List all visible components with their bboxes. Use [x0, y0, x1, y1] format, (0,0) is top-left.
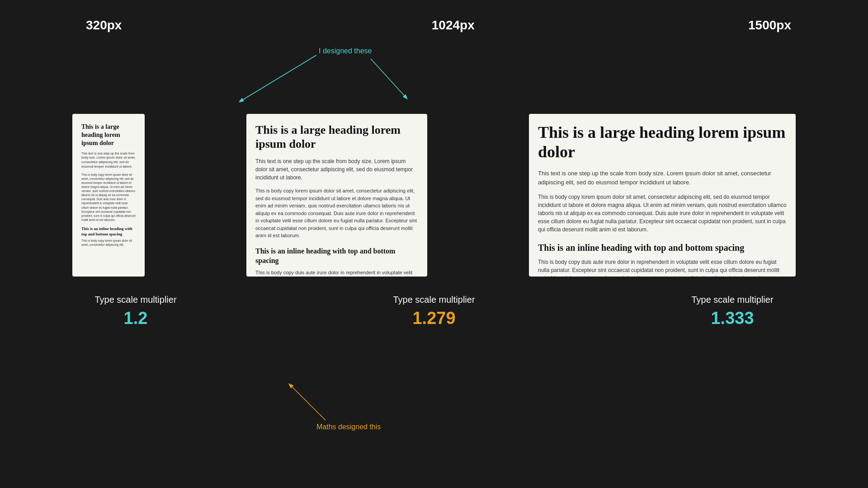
card-small-text-body2: This is body copy lorem ipsum dolor sit …	[81, 239, 136, 247]
card-large-text-body: This is body copy lorem ipsum dolor sit …	[538, 193, 787, 234]
card-medium-text-body: This is body copy lorem ipsum dolor sit …	[255, 187, 418, 239]
breakpoint-1024: 1024px	[432, 18, 475, 33]
card-medium-text-body2: This is body copy duis aute irure dolor …	[255, 269, 418, 277]
type-scale-medium: Type scale multiplier 1.279	[371, 295, 497, 328]
type-scale-large-label: Type scale multiplier	[669, 295, 796, 305]
main-container: 320px 1024px 1500px This is a large head…	[0, 0, 868, 488]
card-small: This is a large heading lorem ipsum dolo…	[72, 114, 145, 277]
type-scale-small-label: Type scale multiplier	[72, 295, 199, 305]
card-large-heading-inline: This is an inline heading with top and b…	[538, 242, 787, 253]
type-scale-large: Type scale multiplier 1.333	[669, 295, 796, 328]
card-medium-heading-large: This is a large heading lorem ipsum dolo…	[255, 123, 418, 151]
card-large-heading-large: This is a large heading lorem ipsum dolo…	[538, 123, 787, 162]
card-small-heading-inline: This is an inline heading with top and b…	[81, 226, 136, 237]
card-small-text-body: This is body copy lorem ipsum dolor sit …	[81, 173, 136, 222]
card-large-text-intro: This text is one step up the scale from …	[538, 169, 787, 187]
card-large: This is a large heading lorem ipsum dolo…	[529, 114, 796, 277]
card-medium-heading-inline: This is an inline heading with top and b…	[255, 247, 418, 266]
card-small-heading-large: This is a large heading lorem ipsum dolo…	[81, 123, 136, 148]
type-scale-small-value: 1.2	[72, 309, 199, 328]
card-medium-text-intro: This text is one step up the scale from …	[255, 157, 418, 182]
breakpoint-1500: 1500px	[748, 18, 791, 33]
annotation-area	[72, 42, 796, 114]
cards-row: This is a large heading lorem ipsum dolo…	[72, 114, 796, 277]
breakpoint-labels: 320px 1024px 1500px	[72, 18, 796, 33]
breakpoint-320: 320px	[86, 18, 122, 33]
card-large-text-body2: This is body copy duis aute irure dolor …	[538, 258, 787, 277]
type-scale-small: Type scale multiplier 1.2	[72, 295, 199, 328]
card-small-text-intro: This text is one step up the scale from …	[81, 151, 136, 169]
card-medium: This is a large heading lorem ipsum dolo…	[246, 114, 427, 277]
type-scale-large-value: 1.333	[669, 309, 796, 328]
bottom-section: Type scale multiplier 1.2 Type scale mul…	[72, 295, 796, 328]
type-scale-medium-label: Type scale multiplier	[371, 295, 497, 305]
type-scale-medium-value: 1.279	[371, 309, 497, 328]
